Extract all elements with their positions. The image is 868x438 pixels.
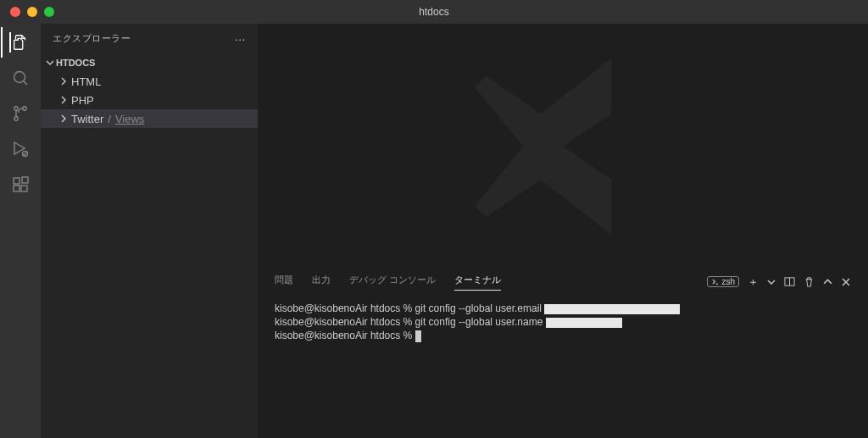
minimize-window[interactable] [27,7,37,17]
close-window[interactable] [10,7,20,17]
folder-label: HTML [71,75,101,88]
titlebar: htdocs [0,0,868,24]
terminal-dropdown-icon[interactable] [767,278,776,286]
folder-root[interactable]: HTDOCS [41,53,258,72]
bottom-panel: 問題 出力 デバッグ コンソール ターミナル zsh ＋ [258,269,868,438]
window-title: htdocs [419,6,448,18]
folder-item-html[interactable]: HTML [41,72,258,91]
shell-name: zsh [721,277,735,286]
new-terminal-icon[interactable]: ＋ [748,274,759,290]
split-terminal-icon[interactable] [784,276,795,287]
run-debug-icon[interactable] [10,139,31,159]
close-panel-icon[interactable] [841,277,851,287]
folder-subpath: Views [115,113,144,125]
vscode-logo-watermark [453,36,673,257]
svg-rect-6 [14,186,19,191]
folder-label: Twitter [71,113,103,125]
maximize-window[interactable] [44,7,54,17]
editor-area [258,24,868,269]
svg-rect-7 [21,186,27,191]
terminal-content[interactable]: kisobe@kisobenoAir htdocs % git config -… [258,295,868,350]
folder-root-label: HTDOCS [56,58,95,68]
maximize-panel-icon[interactable] [823,277,832,286]
shell-selector[interactable]: zsh [707,276,739,287]
path-separator: / [108,113,111,125]
search-icon[interactable] [10,68,31,88]
window-controls [0,7,54,17]
svg-point-1 [23,107,26,110]
tab-output[interactable]: 出力 [312,274,331,290]
svg-point-2 [14,107,18,110]
sidebar-title: エクスプローラー [53,32,131,45]
svg-rect-8 [22,177,28,183]
sidebar-explorer: エクスプローラー ··· HTDOCS HTML PHP Twitter / V… [41,24,258,438]
explorer-icon[interactable] [9,32,30,53]
svg-point-0 [14,72,25,83]
folder-item-twitter[interactable]: Twitter / Views [41,109,258,128]
folder-label: PHP [71,94,94,107]
activity-bar [0,24,41,438]
panel-tabs: 問題 出力 デバッグ コンソール ターミナル zsh ＋ [258,269,868,295]
svg-point-3 [14,117,18,120]
source-control-icon[interactable] [10,103,31,124]
sidebar-more-icon[interactable]: ··· [235,32,246,46]
folder-item-php[interactable]: PHP [41,91,258,109]
tab-debug-console[interactable]: デバッグ コンソール [349,274,436,290]
svg-rect-5 [14,178,19,184]
tab-problems[interactable]: 問題 [275,274,293,290]
extensions-icon[interactable] [10,175,31,195]
tab-terminal[interactable]: ターミナル [454,274,501,291]
kill-terminal-icon[interactable] [804,276,815,287]
